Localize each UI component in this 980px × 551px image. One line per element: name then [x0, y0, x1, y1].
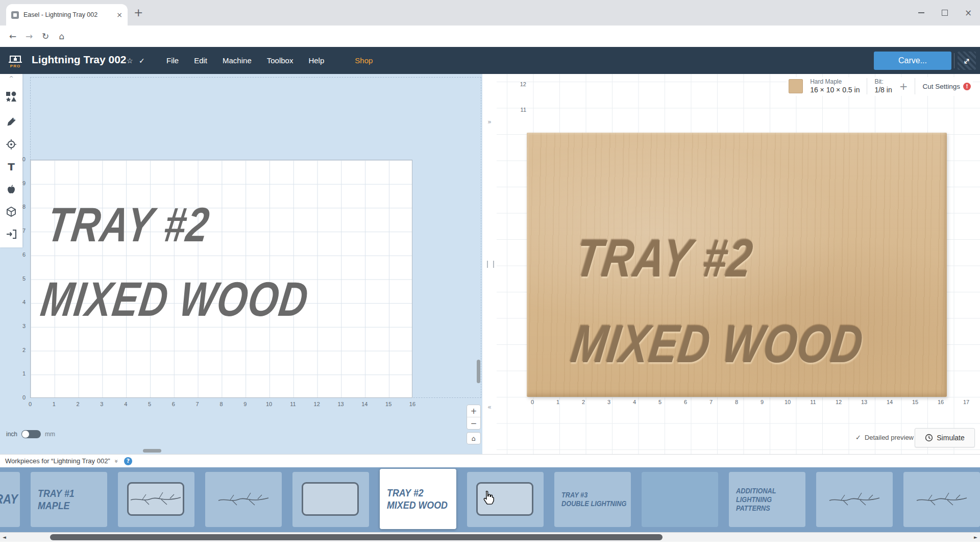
workpiece-thumb-11[interactable]	[816, 472, 893, 527]
minimize-button[interactable]	[910, 0, 933, 26]
scroll-right-icon[interactable]: ►	[974, 535, 977, 540]
preview-x-tick: 13	[861, 399, 867, 405]
preview-x-tick: 0	[531, 399, 534, 405]
canvas-x-tick: 12	[314, 401, 320, 407]
workpieces-bar[interactable]: RAYTRAY #1MAPLETRAY #2MIXED WOODTRAY #3D…	[0, 467, 980, 532]
back-icon[interactable]: ←	[6, 30, 19, 43]
home-icon[interactable]: ⌂	[55, 30, 68, 43]
canvas-hscroll-thumb[interactable]	[143, 449, 161, 453]
preview-x-tick: 8	[735, 399, 738, 405]
detailed-preview-label[interactable]: Detailed preview	[865, 434, 914, 441]
bit-size[interactable]: 1/8 in	[874, 86, 892, 95]
material-swatch[interactable]	[789, 79, 803, 93]
splitter-drag-handle[interactable]	[487, 261, 494, 268]
canvas-x-tick: 16	[409, 401, 415, 407]
menu-edit[interactable]: Edit	[194, 56, 207, 65]
canvas-x-tick: 1	[53, 401, 56, 407]
add-bit-button[interactable]: +	[899, 80, 908, 92]
canvas-x-tick: 14	[361, 401, 368, 407]
units-toggle[interactable]: inch mm	[6, 430, 55, 438]
blank-workpiece-outline	[302, 482, 359, 516]
carve-preview-panel[interactable]: TRAY #2 MIXED WOOD 012345678910111213141…	[497, 74, 980, 454]
easel-logo[interactable]: PRO	[5, 50, 26, 71]
workpiece-thumb-9[interactable]	[642, 472, 718, 527]
menu-machine[interactable]: Machine	[223, 56, 252, 65]
fullscreen-toggle-button[interactable]: ↔	[958, 52, 976, 70]
preview-x-tick: 5	[658, 399, 662, 405]
saved-check-icon: ✓	[139, 57, 145, 65]
maximize-button[interactable]	[933, 0, 957, 26]
simulate-button[interactable]: Simulate	[915, 428, 975, 447]
clipart-apple-icon[interactable]	[0, 180, 22, 198]
preview-x-tick: 16	[938, 399, 944, 405]
forward-icon[interactable]: →	[22, 30, 36, 43]
carve-button[interactable]: Carve...	[874, 52, 951, 70]
close-button[interactable]: ×	[957, 0, 980, 26]
import-tool-icon[interactable]	[0, 225, 22, 243]
workpiece-thumb-4[interactable]	[205, 472, 282, 527]
scroll-left-icon[interactable]: ◄	[3, 535, 6, 540]
canvas-vscroll-thumb[interactable]	[477, 360, 480, 383]
panel-splitter[interactable]: » «	[482, 74, 497, 454]
pan-right-icon[interactable]: »	[482, 118, 497, 126]
preview-x-tick: 15	[912, 399, 918, 405]
preview-x-tick: 10	[785, 399, 791, 405]
workpiece-thumb-2[interactable]: TRAY #1MAPLE	[31, 472, 107, 527]
workpiece-thumb-5[interactable]	[292, 472, 369, 527]
zoom-home-button[interactable]: ⌂	[467, 432, 481, 444]
wood-material-preview: TRAY #2 MIXED WOOD	[527, 133, 947, 397]
menu-help[interactable]: Help	[308, 56, 324, 65]
zoom-out-button[interactable]: −	[467, 417, 480, 429]
workpiece-thumb-1[interactable]: RAY	[0, 472, 20, 527]
pan-left-icon[interactable]: «	[482, 403, 497, 411]
canvas-x-tick: 5	[148, 401, 151, 407]
design-line-1[interactable]: TRAY #2	[44, 201, 213, 249]
browser-tab[interactable]: Easel - Lightning Tray 002 ×	[6, 4, 128, 26]
workpiece-thumb-3[interactable]	[118, 472, 194, 527]
shapes-tool-icon[interactable]	[0, 87, 22, 106]
detailed-preview-toggle[interactable]: ✓ Detailed preview	[855, 434, 914, 441]
canvas-x-tick: 15	[385, 401, 391, 407]
workpieces-title: Workpieces for “Lightning Tray 002”	[5, 457, 110, 465]
canvas-x-tick: 8	[219, 401, 223, 407]
pen-tool-icon[interactable]	[0, 113, 22, 131]
tab-close-icon[interactable]: ×	[116, 11, 122, 19]
simulate-clock-icon	[925, 434, 933, 442]
material-name: Hard Maple	[810, 78, 860, 86]
menu-file[interactable]: File	[166, 56, 179, 65]
project-title[interactable]: Lightning Tray 002	[32, 54, 127, 66]
carved-line-1: TRAY #2	[572, 232, 756, 285]
workpiece-thumb-7[interactable]	[467, 472, 544, 527]
material-cube-icon[interactable]	[0, 203, 22, 221]
material-size[interactable]: 16 × 10 × 0.5 in	[810, 86, 860, 95]
design-line-2[interactable]: MIXED WOOD	[38, 275, 312, 323]
workpiece-thumb-8[interactable]: TRAY #3DOUBLE LIGHTNING	[554, 472, 631, 527]
workpiece-thumb-10[interactable]: ADDITIONALLIGHTNINGPATTERNS	[729, 472, 805, 527]
unit-switch[interactable]	[21, 430, 41, 438]
refresh-icon[interactable]: ↻	[39, 30, 52, 43]
origin-point-tool-icon[interactable]	[0, 135, 22, 154]
cut-settings-label[interactable]: Cut Settings	[922, 83, 960, 90]
cut-settings-link[interactable]: Cut Settings !	[922, 83, 971, 90]
mouse-cursor	[482, 490, 495, 507]
new-tab-button[interactable]: +	[134, 7, 143, 18]
menu-toolbox[interactable]: Toolbox	[267, 56, 293, 65]
tool-rail: ^ T	[0, 74, 22, 247]
menu-shop[interactable]: Shop	[355, 56, 373, 65]
zoom-in-button[interactable]: +	[467, 405, 480, 417]
workpieces-help-icon[interactable]: ?	[124, 457, 132, 465]
workpieces-collapse-icon[interactable]: »	[112, 459, 119, 463]
horizontal-scrollbar[interactable]: ◄ ►	[0, 532, 980, 542]
text-tool-icon[interactable]: T	[0, 158, 22, 176]
zoom-controls: + −	[467, 405, 481, 430]
design-canvas[interactable]: 012345678910111213141516 012345678910 TR…	[0, 74, 482, 454]
canvas-x-tick: 10	[266, 401, 272, 407]
workpiece-thumb-6[interactable]: TRAY #2MIXED WOOD	[380, 469, 456, 529]
toolbar-collapse-icon[interactable]: ^	[0, 75, 22, 82]
workpiece-thumb-12[interactable]	[903, 472, 980, 527]
scrollbar-thumb[interactable]	[50, 534, 663, 540]
canvas-x-tick: 4	[124, 401, 127, 407]
favorite-star-icon[interactable]: ☆	[127, 57, 133, 65]
preview-x-tick: 6	[684, 399, 687, 405]
canvas-y-tick: 6	[14, 252, 26, 258]
